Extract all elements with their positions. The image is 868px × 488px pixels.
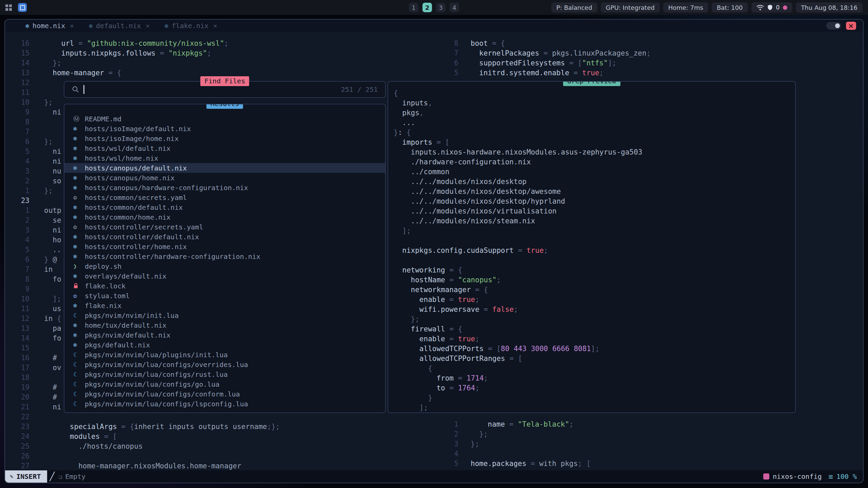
- finder-result-item[interactable]: ❄hosts/common/default.nix: [64, 202, 385, 212]
- tab-close-icon[interactable]: ×: [70, 22, 74, 30]
- finder-result-item[interactable]: ⚙hosts/controller/secrets.yaml: [64, 222, 385, 232]
- preview-line: }: [394, 393, 795, 403]
- finder-result-item[interactable]: ☾pkgs/nvim/nvim/lua/configs/go.lua: [64, 379, 385, 389]
- yaml-file-icon: ⚙: [73, 223, 82, 230]
- finder-title: Find Files: [200, 76, 249, 86]
- workspace-button-4[interactable]: 4: [450, 3, 459, 12]
- nix-file-icon: ❄: [73, 204, 82, 211]
- code-line[interactable]: 2 };: [440, 429, 860, 439]
- code-line[interactable]: 1 name = "Tela-black";: [440, 420, 860, 429]
- tab-close-icon[interactable]: ×: [146, 22, 150, 30]
- finder-result-item[interactable]: ❄flake.nix: [64, 301, 385, 310]
- finder-result-item[interactable]: ❄hosts/canopus/home.nix: [64, 173, 385, 183]
- results-title: Results: [206, 104, 243, 109]
- workspace-button-3[interactable]: 3: [436, 3, 446, 12]
- nix-file-icon: ❄: [73, 233, 82, 240]
- mode-label: INSERT: [16, 472, 41, 481]
- app-launcher-icon[interactable]: [5, 4, 12, 11]
- code-line[interactable]: 25 ./hosts/canopus: [5, 442, 436, 451]
- workspace-button-1[interactable]: 1: [409, 3, 418, 12]
- line-number: 6: [5, 255, 29, 265]
- finder-result-item[interactable]: ⚙hosts/common/secrets.yaml: [64, 192, 385, 202]
- line-number: 3: [440, 439, 458, 449]
- line-number: 12: [5, 78, 29, 88]
- nix-file-icon: ❄: [73, 184, 82, 191]
- window-close-button[interactable]: ×: [846, 22, 856, 30]
- toml-file-icon: ✿: [73, 292, 82, 299]
- finder-result-item[interactable]: ☾pkgs/nvim/nvim/lua/configs/conform.lua: [64, 389, 385, 399]
- code-line[interactable]: 5home.packages = with pkgs; [: [440, 459, 860, 469]
- mode-indicator: ✎ INSERT: [5, 470, 47, 483]
- active-app-icon[interactable]: [18, 3, 27, 12]
- code-line[interactable]: 8boot = {: [440, 39, 860, 48]
- line-number: 13: [5, 68, 29, 78]
- finder-result-item[interactable]: ❄hosts/controller/default.nix: [64, 232, 385, 242]
- finder-result-item[interactable]: ❯deploy.sh: [64, 261, 385, 271]
- code-line[interactable]: 7 kernelPackages = pkgs.linuxPackages_ze…: [440, 48, 860, 58]
- code-line[interactable]: 5 initrd.systemd.enable = true;: [440, 68, 860, 78]
- workspace-button-2[interactable]: 2: [422, 3, 432, 12]
- finder-result-item[interactable]: ☾pkgs/nvim/nvim/lua/plugins/init.lua: [64, 350, 385, 360]
- line-number: 16: [5, 39, 29, 48]
- line-number: 10: [5, 294, 29, 304]
- code-line[interactable]: 3};: [440, 439, 860, 449]
- topbar-left: [5, 3, 27, 12]
- right-editor-pane-top[interactable]: 8boot = {7 kernelPackages = pkgs.linuxPa…: [440, 39, 860, 78]
- desktop: 1234 P: BalancedGPU: IntegratedHome: 7ms…: [0, 0, 868, 488]
- code-line[interactable]: 27 home-manager.nixosModules.home-manage…: [5, 461, 436, 470]
- finder-result-item[interactable]: ❄hosts/canopus/hardware-configuration.ni…: [64, 183, 385, 192]
- result-label: pkgs/nvim/nvim/init.lua: [85, 311, 179, 320]
- line-number: 7: [5, 127, 29, 137]
- finder-result-item[interactable]: ☾pkgs/nvim/nvim/init.lua: [64, 310, 385, 320]
- code-line[interactable]: 6 supportedFilesystems = ["ntfs"];: [440, 58, 860, 68]
- finder-result-item[interactable]: ❄hosts/controller/home.nix: [64, 242, 385, 251]
- finder-result-item[interactable]: ❄hosts/wsl/home.nix: [64, 153, 385, 163]
- finder-result-item[interactable]: ❄hosts/isoImage/home.nix: [64, 134, 385, 143]
- line-number: 6: [440, 58, 458, 68]
- nix-file-icon: ❄: [165, 22, 169, 29]
- line-number: 5: [5, 245, 29, 255]
- tab-flake.nix[interactable]: ❄flake.nix×: [165, 22, 217, 30]
- finder-search-box[interactable]: Find Files 251 / 251: [64, 81, 386, 98]
- finder-result-item[interactable]: ❄hosts/isoImage/default.nix: [64, 124, 385, 134]
- result-label: hosts/common/secrets.yaml: [85, 194, 187, 202]
- code-line[interactable]: 16 url = "github:nix-community/nixos-wsl…: [5, 39, 436, 48]
- markdown-file-icon: Ⓜ: [73, 115, 82, 123]
- finder-result-item[interactable]: ❄hosts/controller/hardware-configuration…: [64, 251, 385, 261]
- finder-result-item[interactable]: ❄pkgs/nvim/default.nix: [64, 330, 385, 340]
- finder-result-item[interactable]: ❄hosts/canopus/default.nix: [64, 163, 385, 173]
- code-line[interactable]: 14 };: [5, 58, 436, 68]
- finder-result-item[interactable]: ❄pkgs/default.nix: [64, 340, 385, 350]
- finder-result-item[interactable]: ✿stylua.toml: [64, 291, 385, 301]
- line-number: 8: [440, 39, 458, 48]
- finder-result-item[interactable]: ⓂREADME.md: [64, 114, 385, 124]
- preview-line: };: [394, 314, 795, 324]
- right-editor-pane-bottom[interactable]: 1 name = "Tela-black";2 };3};45home.pack…: [440, 420, 860, 469]
- tab-home.nix[interactable]: ❄home.nix×: [25, 22, 74, 30]
- finder-result-item[interactable]: ❄overlays/default.nix: [64, 271, 385, 281]
- code-line[interactable]: 24 modules = [: [5, 432, 436, 442]
- finder-results-box: Results ⓂREADME.md❄hosts/isoImage/defaul…: [64, 104, 386, 413]
- finder-result-item[interactable]: ❄hosts/wsl/default.nix: [64, 143, 385, 153]
- toggle-switch[interactable]: [826, 22, 841, 29]
- code-line[interactable]: 26: [5, 451, 436, 461]
- finder-result-item[interactable]: ❄hosts/common/home.nix: [64, 212, 385, 222]
- finder-result-item[interactable]: ❄home/tux/default.nix: [64, 320, 385, 330]
- tab-default.nix[interactable]: ❄default.nix×: [89, 22, 150, 30]
- code-line[interactable]: 15 inputs.nixpkgs.follows = "nixpkgs";: [5, 48, 436, 58]
- finder-result-item[interactable]: ☾pkgs/nvim/nvim/lua/configs/overrides.lu…: [64, 360, 385, 369]
- nix-file-icon: ❄: [73, 322, 82, 329]
- code-line[interactable]: 4: [440, 449, 860, 459]
- result-label: home/tux/default.nix: [85, 321, 166, 329]
- code-line[interactable]: 23 specialArgs = {inherit inputs outputs…: [5, 422, 436, 432]
- finder-result-item[interactable]: flake.lock: [64, 281, 385, 291]
- statusline-left: ✎ INSERT ╱ ❏ Empty: [5, 470, 85, 483]
- finder-result-item[interactable]: ☾pkgs/nvim/nvim/lua/configs/lspconfig.lu…: [64, 399, 385, 409]
- clock[interactable]: Thu Aug 08, 18:16: [796, 2, 863, 13]
- code-text: };: [44, 58, 61, 68]
- grep-preview-box[interactable]: Grep Preview { inputs, pkgs, ...}: { imp…: [388, 81, 796, 413]
- tab-close-icon[interactable]: ×: [213, 22, 217, 30]
- code-line[interactable]: 22: [5, 412, 436, 422]
- system-tray[interactable]: 0: [751, 2, 793, 13]
- finder-result-item[interactable]: ☾pkgs/nvim/nvim/lua/configs/rust.lua: [64, 369, 385, 379]
